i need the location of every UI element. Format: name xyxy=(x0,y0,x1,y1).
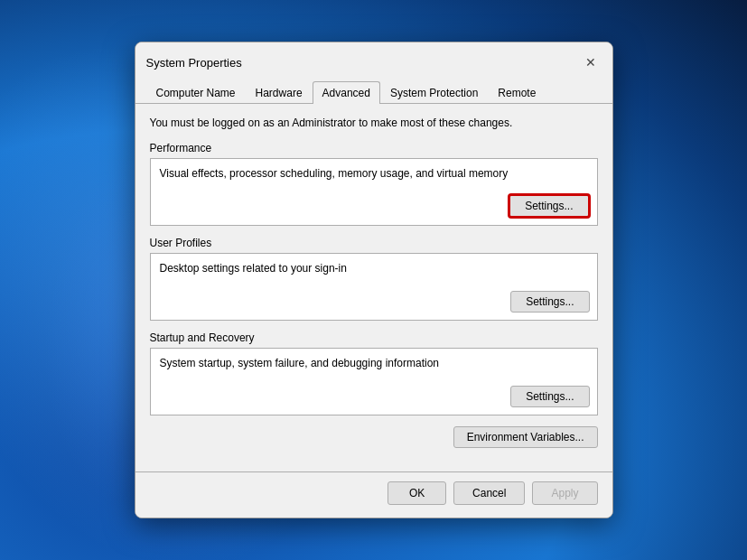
performance-description: Visual effects, processor scheduling, me… xyxy=(160,167,509,180)
title-bar: System Properties ✕ xyxy=(135,42,612,73)
dialog-footer: OK Cancel Apply xyxy=(135,471,612,518)
admin-note: You must be logged on as an Administrato… xyxy=(150,117,598,129)
user-profiles-box: Desktop settings related to your sign-in… xyxy=(150,253,598,321)
environment-variables-button[interactable]: Environment Variables... xyxy=(453,426,598,448)
user-profiles-settings-button[interactable]: Settings... xyxy=(510,291,589,313)
performance-section: Performance Visual effects, processor sc… xyxy=(150,142,598,226)
tab-hardware[interactable]: Hardware xyxy=(246,81,313,104)
performance-label: Performance xyxy=(150,142,598,154)
startup-recovery-label: Startup and Recovery xyxy=(150,331,598,344)
tab-bar: Computer Name Hardware Advanced System P… xyxy=(135,73,612,104)
startup-recovery-settings-button[interactable]: Settings... xyxy=(510,386,589,407)
tab-system-protection[interactable]: System Protection xyxy=(380,81,488,104)
tab-content: You must be logged on as an Administrato… xyxy=(135,104,612,471)
window-title: System Properties xyxy=(146,56,242,70)
tab-advanced[interactable]: Advanced xyxy=(313,81,380,104)
performance-box: Visual effects, processor scheduling, me… xyxy=(150,158,598,226)
performance-settings-button[interactable]: Settings... xyxy=(509,194,589,218)
system-properties-window: System Properties ✕ Computer Name Hardwa… xyxy=(135,42,613,518)
startup-recovery-description: System startup, system failure, and debu… xyxy=(160,357,440,369)
ok-button[interactable]: OK xyxy=(388,481,446,505)
env-variables-row: Environment Variables... xyxy=(150,426,598,448)
cancel-button[interactable]: Cancel xyxy=(453,481,525,505)
tab-remote[interactable]: Remote xyxy=(488,81,546,104)
close-button[interactable]: ✕ xyxy=(580,51,602,73)
startup-recovery-section: Startup and Recovery System startup, sys… xyxy=(150,331,598,415)
startup-recovery-box: System startup, system failure, and debu… xyxy=(150,348,598,415)
apply-button[interactable]: Apply xyxy=(532,481,597,505)
user-profiles-label: User Profiles xyxy=(150,237,598,249)
user-profiles-section: User Profiles Desktop settings related t… xyxy=(150,237,598,321)
user-profiles-description: Desktop settings related to your sign-in xyxy=(160,262,347,275)
tab-computer-name[interactable]: Computer Name xyxy=(146,81,246,104)
